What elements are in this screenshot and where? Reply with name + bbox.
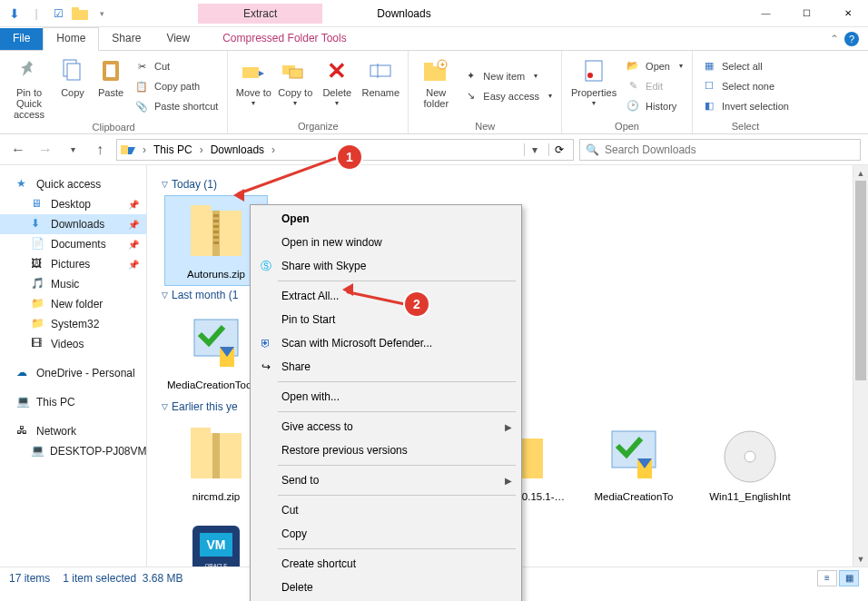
ctx-open-with[interactable]: Open with... [251, 385, 521, 409]
tab-share[interactable]: Share [99, 28, 153, 50]
nav-pictures[interactable]: 🖼Pictures📌 [0, 254, 146, 274]
tab-file[interactable]: File [0, 28, 43, 50]
ctx-open[interactable]: Open [251, 207, 521, 231]
new-item-button[interactable]: ✦New item▾ [459, 67, 556, 85]
qat-down-arrow-icon[interactable]: ⬇ [5, 5, 24, 23]
view-large-icons-button[interactable]: ▦ [839, 570, 859, 586]
nav-music[interactable]: 🎵Music [0, 274, 146, 294]
ribbon: Pin to Quick access Copy Paste ✂Cut 📋Cop… [0, 51, 868, 134]
ctx-pin-start[interactable]: Pin to Start [251, 308, 521, 331]
copy-icon [58, 56, 87, 85]
nav-videos[interactable]: 🎞Videos [0, 334, 146, 354]
pin-icon: 📌 [128, 200, 139, 210]
nav-network-host[interactable]: 💻DESKTOP-PJ08VM9 [0, 441, 146, 461]
open-button[interactable]: 📂Open▾ [622, 57, 686, 75]
ctx-extract-all[interactable]: Extract All... [251, 284, 521, 308]
view-details-button[interactable]: ≡ [817, 570, 837, 586]
properties-button[interactable]: Properties▾ [567, 53, 620, 119]
scroll-up-icon[interactable]: ▲ [853, 165, 868, 181]
history-button[interactable]: 🕑History [622, 97, 686, 115]
nav-documents[interactable]: 📄Documents📌 [0, 234, 146, 254]
scroll-down-icon[interactable]: ▼ [853, 551, 868, 567]
ctx-send-to[interactable]: Send to▶ [251, 468, 521, 492]
rename-button[interactable]: Rename [359, 53, 402, 119]
svg-rect-19 [191, 205, 211, 214]
ctx-share-skype[interactable]: ⓈShare with Skype [251, 254, 521, 278]
svg-rect-25 [213, 236, 219, 239]
invert-selection-button[interactable]: ◧Invert selection [698, 97, 793, 115]
ctx-cut[interactable]: Cut [251, 498, 521, 522]
ctx-give-access[interactable]: Give access to▶ [251, 415, 521, 438]
nav-forward-button[interactable]: → [35, 139, 56, 161]
navigation-pane[interactable]: ★Quick access 🖥Desktop📌 ⬇Downloads📌 📄Doc… [0, 165, 147, 567]
select-none-button[interactable]: ☐Select none [698, 77, 793, 95]
chevron-right-icon[interactable]: › [141, 143, 148, 156]
nav-recent-dropdown[interactable]: ▾ [62, 139, 84, 161]
nav-downloads[interactable]: ⬇Downloads📌 [0, 214, 146, 234]
ctx-defender[interactable]: ⛨Scan with Microsoft Defender... [251, 331, 521, 355]
cut-button[interactable]: ✂Cut [131, 57, 222, 75]
group-new-label: New [414, 119, 556, 133]
copy-button[interactable]: Copy [54, 53, 91, 120]
tab-home[interactable]: Home [43, 27, 99, 51]
nav-system32[interactable]: 📁System32 [0, 314, 146, 334]
nav-this-pc[interactable]: 💻This PC [0, 392, 146, 412]
rename-icon [366, 56, 395, 85]
ctx-copy[interactable]: Copy [251, 522, 521, 546]
file-item[interactable]: MediaCreationTo [583, 419, 685, 507]
nav-onedrive[interactable]: ☁OneDrive - Personal [0, 363, 146, 383]
select-all-button[interactable]: ▦Select all [698, 57, 793, 75]
edit-button[interactable]: ✎Edit [622, 77, 686, 95]
ctx-delete[interactable]: Delete [251, 576, 521, 599]
vertical-scrollbar[interactable]: ▲ ▼ [853, 165, 868, 567]
paste-button[interactable]: Paste [93, 53, 129, 120]
group-select-label: Select [698, 119, 793, 133]
tab-compressed-tools[interactable]: Compressed Folder Tools [210, 28, 360, 50]
svg-rect-5 [106, 64, 115, 77]
address-dropdown-icon[interactable]: ▾ [524, 143, 545, 156]
svg-rect-8 [290, 69, 302, 78]
paste-shortcut-button[interactable]: 📎Paste shortcut [131, 97, 222, 115]
pin-quick-access-button[interactable]: Pin to Quick access [5, 53, 53, 120]
qat-overflow-icon[interactable]: ▾ [93, 5, 111, 23]
ctx-create-shortcut[interactable]: Create shortcut [251, 552, 521, 576]
nav-up-button[interactable]: ↑ [89, 139, 111, 161]
search-box[interactable]: 🔍 Search Downloads [579, 139, 861, 161]
minimize-button[interactable]: — [745, 0, 786, 27]
new-folder-button[interactable]: ✦New folder [414, 53, 458, 119]
refresh-icon[interactable]: ⟳ [548, 143, 569, 156]
file-label: Win11_EnglishInt [709, 491, 791, 502]
ctx-restore-versions[interactable]: Restore previous versions [251, 438, 521, 462]
annotation-1-arrowhead [227, 189, 244, 202]
maximize-button[interactable]: ☐ [786, 0, 827, 27]
ctx-share[interactable]: ↪Share [251, 355, 521, 379]
crumb-downloads[interactable]: Downloads [209, 143, 266, 156]
svg-rect-6 [242, 67, 259, 78]
help-icon[interactable]: ? [844, 32, 859, 46]
copy-path-button[interactable]: 📋Copy path [131, 77, 222, 95]
nav-desktop[interactable]: 🖥Desktop📌 [0, 194, 146, 214]
file-item[interactable]: Win11_EnglishInt [699, 419, 801, 507]
qat-folder-icon[interactable] [71, 5, 89, 23]
ctx-open-new-window[interactable]: Open in new window [251, 231, 521, 254]
move-to-button[interactable]: Move to▾ [233, 53, 273, 119]
close-button[interactable]: ✕ [827, 0, 868, 27]
chevron-right-icon[interactable]: › [198, 143, 205, 156]
delete-button[interactable]: ✕Delete▾ [317, 53, 357, 119]
qat-checkbox-icon[interactable]: ☑ [49, 5, 67, 23]
contextual-tab-header[interactable]: Extract [198, 4, 322, 24]
nav-new-folder[interactable]: 📁New folder [0, 294, 146, 314]
copy-to-button[interactable]: Copy to▾ [275, 53, 315, 119]
crumb-this-pc[interactable]: This PC [152, 143, 194, 156]
nav-network[interactable]: 🖧Network [0, 421, 146, 441]
easy-access-button[interactable]: ↘Easy access▾ [459, 87, 556, 105]
nav-back-button[interactable]: ← [7, 139, 29, 161]
ribbon-collapse-icon[interactable]: ⌃ [830, 33, 839, 45]
pin-icon [15, 56, 44, 85]
chevron-right-icon[interactable]: › [270, 143, 277, 156]
scroll-thumb[interactable] [855, 181, 866, 380]
tab-view[interactable]: View [153, 28, 202, 50]
file-label: MediaCreationTo [595, 491, 674, 502]
nav-quick-access[interactable]: ★Quick access [0, 174, 146, 194]
annotation-2-arrowhead [336, 283, 353, 296]
